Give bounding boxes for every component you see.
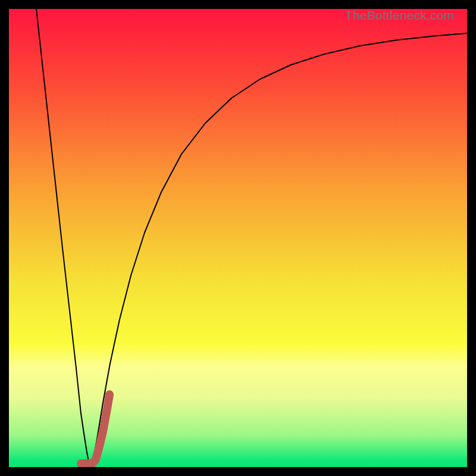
chart-curves: [9, 9, 467, 467]
chart-frame: TheBottleneck.com: [0, 0, 476, 476]
bottleneck-curve: [36, 9, 467, 464]
plot-area: TheBottleneck.com: [9, 9, 467, 467]
watermark-text: TheBottleneck.com: [345, 9, 454, 23]
marker-j: [81, 394, 109, 464]
